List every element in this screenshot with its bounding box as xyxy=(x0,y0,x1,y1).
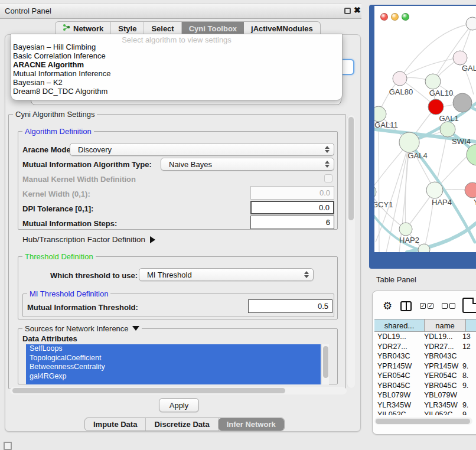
network-node[interactable] xyxy=(418,244,430,252)
table-cell: 8. xyxy=(459,371,476,380)
aracne-mode-value: Discovery xyxy=(78,145,112,154)
tab-discretize-data[interactable]: Discretize Data xyxy=(146,418,218,431)
mi-algorithm-type-combobox[interactable]: Naive Bayes xyxy=(161,158,334,171)
dropdown-item[interactable]: Basic Correlation Inference xyxy=(11,51,342,60)
panel-corner-icon[interactable] xyxy=(4,442,12,450)
attribute-item[interactable]: SelfLoops xyxy=(26,344,321,354)
select-all-icon[interactable]: ✓✓ xyxy=(420,303,433,309)
table-cell: 13 xyxy=(459,332,476,341)
dpi-tolerance-input[interactable]: 0.0 xyxy=(250,201,334,214)
sources-group-title: Sources for Network Inference xyxy=(22,324,142,333)
bottom-tabbar: Impute DataDiscretize DataInfer Network xyxy=(84,418,285,431)
node-label: GAL80 xyxy=(389,87,413,96)
tab-infer-network[interactable]: Infer Network xyxy=(219,418,284,431)
apply-button[interactable]: Apply xyxy=(159,398,199,412)
network-node[interactable] xyxy=(466,17,476,30)
table-row[interactable]: YDR27...YDR27...12 xyxy=(374,342,476,352)
settings-hscrollbar-thumb[interactable] xyxy=(12,388,285,393)
table-row[interactable]: YIL052CYIL052C9 xyxy=(374,410,476,415)
dropdown-item[interactable]: Bayesian – K2 xyxy=(11,78,342,87)
network-node-gcy1[interactable] xyxy=(374,185,376,199)
tab-impute-data[interactable]: Impute Data xyxy=(85,418,146,431)
tab-label: Network xyxy=(73,24,103,33)
table-row[interactable]: YBR045CYBR045C9. xyxy=(374,381,476,391)
node-label: GCY1 xyxy=(374,200,393,209)
table-cell: YDL19... xyxy=(374,332,421,341)
column-header-extra[interactable] xyxy=(466,319,476,331)
table-row[interactable]: YLR345WYLR345W9. xyxy=(374,400,476,410)
table-cell: YPR145W xyxy=(374,362,421,370)
table-row[interactable]: YER054CYER054C8. xyxy=(374,371,476,381)
network-edge[interactable] xyxy=(379,114,379,252)
mi-steps-input[interactable]: 6 xyxy=(250,216,334,229)
expanded-arrow-icon[interactable] xyxy=(132,326,139,331)
attribute-item[interactable]: BetweennessCentrality xyxy=(26,363,321,372)
network-node-gal[interactable] xyxy=(453,51,467,65)
attribute-item-partial[interactable] xyxy=(26,381,321,384)
network-node-swi4[interactable] xyxy=(440,122,455,137)
network-node-hap4[interactable] xyxy=(426,182,443,198)
columns-icon[interactable] xyxy=(400,301,412,311)
table-row[interactable]: YPR145WYPR145W9. xyxy=(374,361,476,371)
aracne-mode-combobox[interactable]: Discovery xyxy=(70,143,334,156)
kernel-width-label: Kernel Width (0,1): xyxy=(22,190,90,198)
data-attributes-list[interactable]: SelfLoopsTopologicalCoefficientBetweenne… xyxy=(26,344,329,384)
control-panel-title: Control Panel xyxy=(5,6,51,15)
deselect-all-icon[interactable] xyxy=(442,303,455,309)
tab-select[interactable]: Select xyxy=(144,22,181,35)
column-header-name[interactable]: name xyxy=(425,319,466,331)
hub-definition-toggle[interactable]: Hub/Transcription Factor Definition xyxy=(22,235,155,244)
table-cell: 12 xyxy=(459,343,476,351)
collapsed-arrow-icon xyxy=(150,236,155,243)
network-canvas[interactable]: GALGAL80GAL10GAL1GAL11SWI4GAL4GCY1HAP4YH… xyxy=(374,6,476,252)
list-scrollbar-track[interactable] xyxy=(321,344,329,384)
tab-jactivemnodules[interactable]: jActiveMNodules xyxy=(244,22,320,35)
tab-style[interactable]: Style xyxy=(111,22,144,35)
gear-icon[interactable]: ⚙ xyxy=(383,301,392,311)
network-node-gal1[interactable] xyxy=(428,99,444,115)
table-body[interactable]: YDL19...YDL19...13YDR27...YDR27...12YBR0… xyxy=(374,332,476,415)
network-graph[interactable]: GALGAL80GAL10GAL1GAL11SWI4GAL4GCY1HAP4YH… xyxy=(374,6,476,252)
tab-network[interactable]: Network xyxy=(56,22,111,35)
manual-kernel-width-checkbox[interactable] xyxy=(324,174,332,182)
export-table-icon[interactable] xyxy=(462,298,476,313)
network-node-gal10[interactable] xyxy=(425,74,441,89)
which-threshold-combobox[interactable]: MI Threshold xyxy=(139,268,314,281)
list-scrollbar-thumb[interactable] xyxy=(323,346,328,378)
settings-scrollbar-thumb[interactable] xyxy=(348,117,354,220)
dropdown-item[interactable]: Mutual Information Inference xyxy=(11,69,342,78)
node-label: GAL11 xyxy=(374,120,398,129)
table-hscrollbar-thumb[interactable] xyxy=(376,419,470,424)
control-panel-tabbar: NetworkStyleSelectCyni ToolboxjActiveMNo… xyxy=(55,21,321,35)
mi-threshold-label: Mutual Information Threshold: xyxy=(27,303,138,312)
network-node-hap2[interactable] xyxy=(399,223,412,236)
network-node[interactable] xyxy=(453,93,472,112)
attribute-item[interactable]: gal4RGexp xyxy=(26,372,321,381)
mi-threshold-input[interactable]: 0.5 xyxy=(248,299,332,313)
attribute-item[interactable]: TopologicalCoefficient xyxy=(26,354,321,363)
manual-kernel-width-label: Manual Kernel Width Definition xyxy=(22,175,136,184)
tab-cyni-toolbox[interactable]: Cyni Toolbox xyxy=(182,22,244,35)
tab-label: Cyni Toolbox xyxy=(189,24,237,33)
kernel-width-input[interactable]: 0.0 xyxy=(250,186,334,200)
table-cell: YBR043C xyxy=(421,352,459,360)
float-window-icon[interactable] xyxy=(344,8,351,14)
table-header-row: shared...name xyxy=(374,319,476,332)
table-cell: YBR043C xyxy=(374,352,421,360)
tab-label: Style xyxy=(118,24,136,33)
network-edge-highlighted[interactable] xyxy=(374,213,422,250)
dropdown-item[interactable]: Dream8 DC_TDC Algorithm xyxy=(11,87,342,96)
network-node-gal4[interactable] xyxy=(399,132,419,152)
table-cell: YBR045C xyxy=(374,381,421,390)
column-header-shared[interactable]: shared... xyxy=(374,319,425,331)
network-node-y[interactable] xyxy=(465,182,476,198)
network-node-gal80[interactable] xyxy=(393,71,407,86)
close-icon[interactable]: ✖ xyxy=(354,5,361,15)
node-label: SWI4 xyxy=(452,137,471,146)
cyni-algorithm-settings-title: Cyni Algorithm Settings xyxy=(13,110,97,119)
table-row[interactable]: YBL079WYBL079W xyxy=(374,390,476,400)
mi-algorithm-type-value: Naive Bayes xyxy=(169,160,212,169)
dropdown-item[interactable]: ARACNE Algorithm xyxy=(11,60,342,69)
table-row[interactable]: YDL19...YDL19...13 xyxy=(374,332,476,342)
table-row[interactable]: YBR043CYBR043C xyxy=(374,351,476,361)
